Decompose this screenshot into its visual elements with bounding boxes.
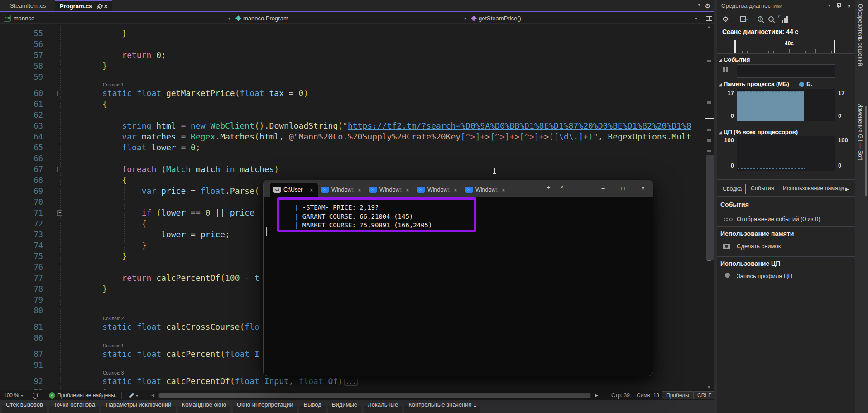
tool-window-tab[interactable]: Параметры исключений	[101, 400, 175, 413]
code-line[interactable]: 62	[0, 110, 705, 120]
tab-program[interactable]: Program.cs ×	[55, 0, 112, 11]
scrollbar-thumb[interactable]	[865, 106, 867, 196]
scrollbar-thumb[interactable]	[706, 155, 714, 260]
editor-status-icon[interactable]	[33, 390, 38, 400]
tab-dropdown-icon[interactable]: ∨	[560, 184, 564, 190]
code-line[interactable]: 63 string html = new WebClient().Downloa…	[0, 120, 705, 131]
zoom-out-icon[interactable]: −	[768, 16, 774, 22]
terminal-tab[interactable]: >_Windows×	[318, 183, 366, 197]
tool-window-tab[interactable]: Точки останова	[49, 400, 99, 413]
document-well-icons: ▾ ⚙	[698, 2, 710, 10]
close-icon[interactable]: ×	[847, 3, 851, 10]
ruler-marker[interactable]	[734, 40, 736, 53]
close-button[interactable]: ×	[633, 180, 653, 197]
fold-collapse-icon[interactable]: −	[57, 91, 62, 96]
editor-vertical-scrollbar[interactable]: ▲ ▼	[705, 24, 714, 390]
code-line[interactable]: 55 }	[0, 28, 705, 39]
tab-git-changes[interactable]: Изменения Git — Soft	[857, 103, 863, 160]
minimize-button[interactable]: –	[593, 180, 613, 197]
tab-summary[interactable]: Сводка	[719, 184, 746, 194]
code-line[interactable]: 64 var matches = Regex.Matches(html, @"M…	[0, 131, 705, 142]
tool-window-tab[interactable]: Окно интерпретации	[233, 400, 297, 413]
spaces-toggle[interactable]: Пробелы	[662, 391, 693, 399]
close-tab-icon[interactable]: ×	[104, 3, 108, 10]
code-line[interactable]: 58}	[0, 61, 705, 72]
code-line[interactable]: 59	[0, 72, 705, 82]
zoom-dropdown[interactable]: 100 % ▾	[4, 390, 23, 400]
record-cpu-profile-link[interactable]: Запись профиля ЦП	[737, 273, 792, 279]
hscroll-thumb[interactable]	[159, 393, 590, 398]
fold-collapse-icon[interactable]: −	[57, 167, 62, 172]
tool-window-tab[interactable]: Контрольные значения 1	[404, 400, 480, 413]
pause-button[interactable]	[723, 67, 728, 72]
terminal-tab[interactable]: >_Windows×	[366, 183, 414, 197]
editor-horizontal-scrollbar[interactable]	[158, 393, 591, 398]
code-line[interactable]: 66	[0, 153, 705, 164]
code-cleanup-button[interactable]: ▾	[128, 390, 138, 400]
tool-window-tab[interactable]: Локальные	[364, 400, 402, 413]
pin-icon[interactable]	[96, 3, 102, 10]
section-cpu[interactable]: ◢ЦП (% всех процессоров)	[719, 129, 798, 135]
terminal-tab[interactable]: >_Windows×	[462, 183, 510, 197]
tab-list-dropdown-icon[interactable]: ▾	[698, 2, 700, 10]
codelens-references[interactable]: Ссылок: 1	[0, 82, 705, 88]
tab-scroll-left-icon[interactable]: ◀	[838, 187, 842, 192]
section-memory[interactable]: ◢Память процесса (МБ)	[719, 81, 789, 87]
maximize-button[interactable]: □	[613, 180, 633, 197]
pin-icon[interactable]	[836, 3, 841, 8]
tab-solution-explorer[interactable]: Обозреватель решений	[857, 4, 863, 66]
code-line[interactable]: 56	[0, 39, 705, 50]
export-icon[interactable]: →	[740, 16, 746, 22]
code-line[interactable]: 57 return 0;	[0, 50, 705, 61]
close-tab-icon[interactable]: ×	[502, 187, 505, 193]
hscroll-left-icon[interactable]: ◀	[151, 390, 154, 400]
eol-toggle[interactable]: CRLF	[693, 391, 715, 399]
code-line[interactable]: 92static float calcPercentOf(float Input…	[0, 376, 705, 387]
tool-window-tab[interactable]: Стек вызовов	[2, 400, 47, 413]
terminal-window[interactable]: c:\C:\User×>_Windows×>_Windows×>_Windows…	[263, 180, 653, 376]
fold-collapse-icon[interactable]: −	[57, 210, 62, 216]
tool-window-tab[interactable]: Командное окно	[178, 400, 230, 413]
nav-type-dropdown[interactable]: mannco.Program ▾	[236, 13, 468, 23]
show-events-link[interactable]: Отображение событий (0 из 0)	[737, 216, 820, 222]
tab-memory-usage[interactable]: Использование памяти	[779, 184, 848, 194]
terminal-cursor	[266, 227, 267, 236]
tool-window-tab[interactable]: Видимые	[328, 400, 361, 413]
scroll-down-icon[interactable]: ▼	[707, 385, 711, 389]
terminal-title-bar[interactable]: c:\C:\User×>_Windows×>_Windows×>_Windows…	[264, 180, 653, 197]
new-tab-button[interactable]: +	[547, 184, 550, 191]
code-line[interactable]: 61{	[0, 99, 705, 110]
take-snapshot-link[interactable]: Сделать снимок	[737, 243, 781, 250]
window-menu-icon[interactable]: ▾	[828, 3, 830, 10]
code-health-indicator[interactable]: ✓ Проблемы не найдены.	[49, 390, 116, 400]
tab-scroll-right-icon[interactable]: ▶	[845, 187, 849, 192]
tab-events[interactable]: События	[747, 184, 778, 194]
gear-icon[interactable]: ⚙	[705, 2, 710, 10]
nav-member-dropdown[interactable]: getSteamPrice() ▾	[472, 13, 704, 23]
tab-steamitem[interactable]: SteamItem.cs	[5, 0, 50, 11]
terminal-tab[interactable]: >_Windows×	[414, 183, 462, 197]
code-line[interactable]: 96}	[0, 387, 705, 390]
ruler-tick	[737, 49, 737, 53]
terminal-tab[interactable]: c:\C:\User×	[270, 183, 318, 197]
code-line[interactable]: 65 float lower = 0;	[0, 142, 705, 153]
close-tab-icon[interactable]: ×	[310, 187, 313, 193]
scroll-up-icon[interactable]: ▲	[707, 24, 711, 29]
code-line[interactable]: 60−static float getMarketPrice(float tax…	[0, 88, 705, 99]
split-window-button[interactable]	[706, 13, 712, 23]
settings-gear-icon[interactable]: ⚙	[722, 15, 729, 24]
axis-label: 17	[723, 90, 734, 96]
line-number: 59	[18, 72, 43, 82]
close-tab-icon[interactable]: ×	[454, 187, 457, 193]
close-tab-icon[interactable]: ×	[358, 187, 361, 193]
section-events[interactable]: ◢События	[719, 56, 750, 63]
ruler-marker[interactable]	[834, 40, 835, 53]
timeline-ruler[interactable]: 40с	[717, 39, 855, 53]
code-line[interactable]: 67− foreach (Match match in matches)	[0, 164, 705, 175]
reset-view-chart-icon[interactable]	[779, 16, 787, 23]
close-tab-icon[interactable]: ×	[406, 187, 409, 193]
tool-window-tab[interactable]: Вывод	[299, 400, 325, 413]
zoom-in-icon[interactable]: +	[758, 16, 763, 22]
hscroll-right-icon[interactable]: ▶	[595, 390, 598, 400]
nav-project-dropdown[interactable]: C# mannco ▾	[4, 13, 232, 23]
